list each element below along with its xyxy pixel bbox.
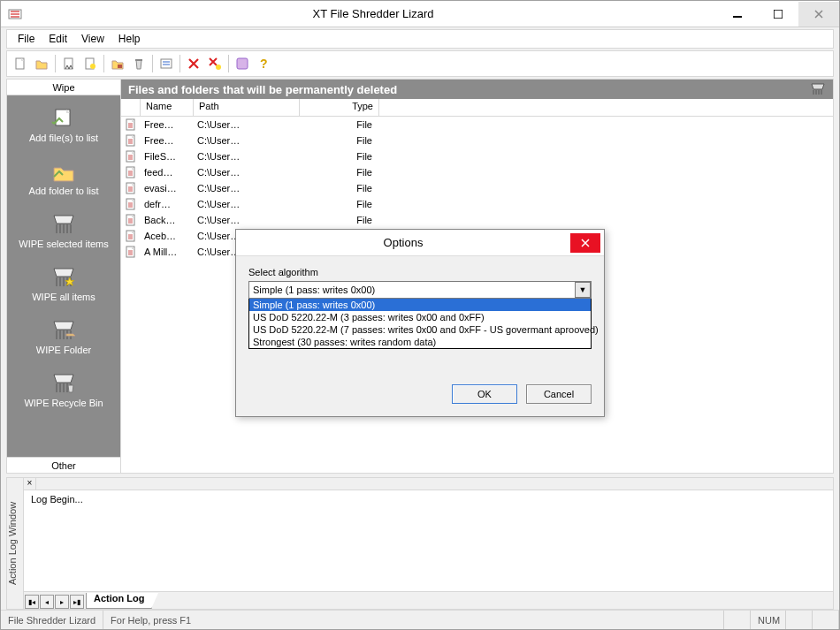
options-dialog: Options Select algorithm Simple (1 pass:…: [235, 229, 605, 417]
cancel-button[interactable]: Cancel: [526, 384, 592, 404]
ok-button[interactable]: OK: [452, 384, 517, 404]
algorithm-combo[interactable]: Simple (1 pass: writes 0x00) ▼: [248, 281, 592, 299]
algorithm-option[interactable]: Strongest (30 passes: writes random data…: [249, 336, 591, 348]
algorithm-option[interactable]: US DoD 5220.22-M (7 passes: writes 0x00 …: [249, 323, 591, 336]
dialog-overlay: Options Select algorithm Simple (1 pass:…: [1, 1, 839, 629]
algorithm-option[interactable]: Simple (1 pass: writes 0x00): [249, 299, 591, 311]
algorithm-label: Select algorithm: [248, 267, 592, 277]
algorithm-option[interactable]: US DoD 5220.22-M (3 passes: writes 0x00 …: [249, 311, 591, 323]
app-window: XT File Shredder Lizard File Edit View H…: [0, 0, 840, 630]
chevron-down-icon[interactable]: ▼: [575, 282, 591, 298]
algorithm-value: Simple (1 pass: writes 0x00): [253, 285, 375, 295]
dialog-close-button[interactable]: [570, 233, 600, 253]
algorithm-dropdown[interactable]: Simple (1 pass: writes 0x00)US DoD 5220.…: [248, 299, 592, 349]
dialog-title: Options: [236, 236, 570, 249]
